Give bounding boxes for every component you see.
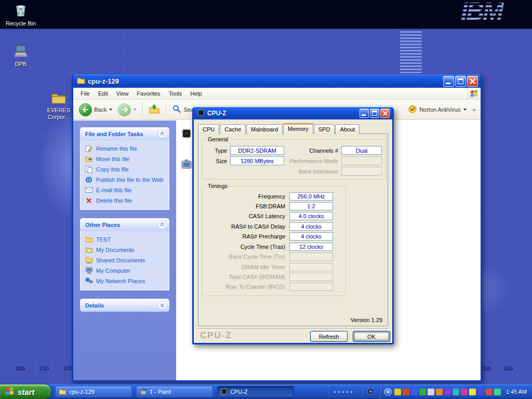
norton-dropdown-caret[interactable] <box>463 109 467 111</box>
taskbar-toolbar-button[interactable] <box>362 386 379 397</box>
folder-icon <box>77 77 85 85</box>
chevron-down-icon[interactable] <box>158 301 167 310</box>
tray-icon[interactable] <box>453 389 459 395</box>
menu-favorites[interactable]: Favorites <box>132 88 164 99</box>
menu-file[interactable]: File <box>76 88 94 99</box>
fsb-dram-field[interactable]: 1:2 <box>289 202 333 210</box>
maximize-button[interactable] <box>455 76 466 87</box>
grip-dots-icon <box>334 391 355 393</box>
other-places-header[interactable]: Other Places <box>80 218 169 231</box>
cpu-chip-file-icon[interactable] <box>181 128 192 139</box>
timing-label: Frequency <box>206 193 289 200</box>
setup-file-icon[interactable] <box>181 159 192 170</box>
ok-button[interactable]: OK <box>353 331 390 342</box>
type-label: Type <box>206 148 227 154</box>
explorer-titlebar[interactable]: cpu-z-129 <box>73 74 481 88</box>
tray-icon[interactable] <box>428 389 434 395</box>
tray-icon[interactable] <box>394 389 401 395</box>
chevron-up-icon[interactable] <box>158 220 167 229</box>
tab-mainboard[interactable]: Mainboard <box>246 124 283 134</box>
type-value-field[interactable]: DDR2-SDRAM <box>230 146 284 155</box>
menu-help[interactable]: Help <box>186 88 206 99</box>
file-tasks-header[interactable]: File and Folder Tasks <box>80 127 169 140</box>
taskbar-deskband[interactable] <box>327 386 362 397</box>
minimize-button[interactable] <box>443 76 454 87</box>
menu-tools[interactable]: Tools <box>165 88 187 99</box>
task-link-label: Rename this file <box>96 145 137 152</box>
delete-icon <box>85 196 93 204</box>
task-copy-this-file[interactable]: Copy this file <box>85 165 166 173</box>
tab-cache[interactable]: Cache <box>220 124 246 134</box>
task-label: CPU-Z <box>230 389 248 395</box>
norton-antivirus-button[interactable]: Norton AntiVirus <box>406 104 469 115</box>
tab-about[interactable]: About <box>335 124 360 134</box>
chevron-up-icon[interactable] <box>158 129 167 138</box>
windows-flag-icon <box>5 387 15 397</box>
task-link-label: Move this file <box>96 156 129 162</box>
ras-precharge-field[interactable]: 4 clocks <box>289 232 333 241</box>
tray-icon[interactable] <box>477 389 484 395</box>
tray-collapse-chevron[interactable]: ◂ <box>384 388 392 396</box>
details-header[interactable]: Details <box>80 299 169 312</box>
task-publish-this-file[interactable]: Publish this file to the Web <box>85 176 166 183</box>
window-controls <box>358 109 390 118</box>
taskbar-clock[interactable]: 1:45 AM <box>506 389 527 395</box>
panel-title: Other Places <box>85 222 120 228</box>
performance-mode-field <box>341 156 382 165</box>
back-dropdown-caret[interactable] <box>109 109 112 111</box>
maximize-button[interactable] <box>370 109 379 118</box>
place-my-documents[interactable]: My Documents <box>85 246 166 254</box>
tab-spd[interactable]: SPD <box>314 124 335 134</box>
size-value-field[interactable]: 1280 MBytes <box>230 156 284 165</box>
back-button[interactable]: Back <box>77 102 114 117</box>
tray-icon[interactable] <box>444 389 451 395</box>
tab-cpu[interactable]: CPU <box>198 124 219 134</box>
start-button[interactable]: start <box>0 384 51 399</box>
forward-button[interactable] <box>116 102 138 117</box>
cpuz-titlebar[interactable]: CPU-Z <box>194 107 392 119</box>
tray-icon[interactable] <box>403 389 409 395</box>
tray-icon[interactable] <box>436 389 443 395</box>
forward-dropdown-caret[interactable] <box>134 109 137 111</box>
tray-icon[interactable] <box>494 389 501 395</box>
folder-icon <box>51 91 66 105</box>
menu-view[interactable]: View <box>112 88 133 99</box>
frequency-field[interactable]: 266.0 MHz <box>289 192 333 201</box>
cycle-time-field[interactable]: 12 clocks <box>289 243 333 251</box>
minimize-button[interactable] <box>360 109 369 118</box>
place-my-network-places[interactable]: My Network Places <box>85 277 166 285</box>
ras-to-cas-field[interactable]: 4 clocks <box>289 222 333 231</box>
tray-icon[interactable] <box>469 389 476 395</box>
back-icon <box>79 103 92 116</box>
refresh-button[interactable]: Refresh <box>310 331 348 342</box>
taskbar-item-paint[interactable]: 1 - Paint <box>136 386 213 397</box>
place-my-computer[interactable]: My Computer <box>85 267 166 274</box>
task-link-label: Delete this file <box>96 197 132 204</box>
task-rename-this-file[interactable]: Rename this file <box>85 144 166 152</box>
close-button[interactable] <box>380 109 390 118</box>
desktop-icon-recycle-bin[interactable]: Recycle Bin <box>4 2 37 27</box>
channels-value-field[interactable]: Dual <box>341 146 382 155</box>
desktop-icon-everes[interactable]: EVERES Corpor... <box>44 91 74 121</box>
close-button[interactable] <box>467 76 478 87</box>
task-move-this-file[interactable]: Move this file <box>85 155 166 163</box>
dialog-title: CPU-Z <box>207 110 356 117</box>
memory-tab-page: General Type DDR2-SDRAM Size 1280 MBytes… <box>198 134 388 326</box>
task-delete-this-file[interactable]: Delete this file <box>85 196 166 204</box>
task-email-this-file[interactable]: E-mail this file <box>85 186 166 194</box>
tray-icon[interactable] <box>486 389 493 395</box>
up-button[interactable] <box>147 103 162 116</box>
timing-label: Total CAS# (tRDRAM) <box>206 274 289 280</box>
place-test[interactable]: TEST <box>85 235 166 243</box>
place-shared-documents[interactable]: Shared Documents <box>85 256 166 264</box>
tray-icon[interactable] <box>419 389 426 395</box>
toolbar-overflow-chevron[interactable]: » <box>471 107 476 113</box>
taskbar-item-cpu-z[interactable]: CPU-Z <box>217 386 294 397</box>
menu-edit[interactable]: Edit <box>94 88 112 99</box>
tray-icon[interactable] <box>461 389 468 395</box>
desktop-icon-dpb[interactable]: DPB <box>4 44 37 68</box>
tray-icon[interactable] <box>411 389 418 395</box>
tab-memory[interactable]: Memory <box>283 123 313 134</box>
cas-latency-field[interactable]: 4.0 clocks <box>289 212 333 220</box>
taskbar-item-cpu-z-129[interactable]: cpu-z-129 <box>55 386 132 397</box>
